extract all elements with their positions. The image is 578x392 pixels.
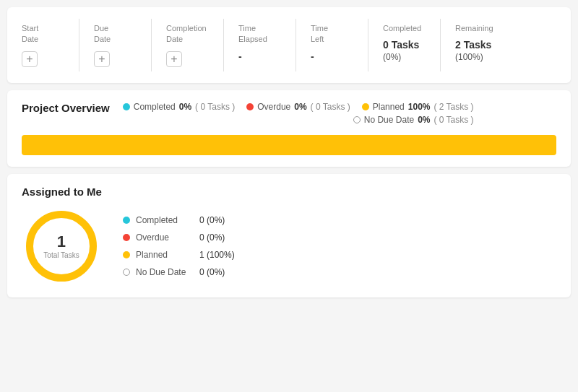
- legend-nodue: No Due Date 0% ( 0 Tasks ): [353, 115, 474, 125]
- overdue-dot-icon: [246, 103, 254, 110]
- assigned-legend-nodue: No Due Date 0 (0%): [123, 267, 235, 277]
- assigned-to-me-title: Assigned to Me: [22, 186, 556, 198]
- nodue-dot-icon: [353, 116, 361, 123]
- legend-completed-pct: 0%: [179, 102, 191, 112]
- time-elapsed-label: TimeElapsed: [238, 23, 281, 45]
- completed-stat-value: 0 Tasks: [383, 38, 426, 51]
- assigned-completed-dot-icon: [123, 217, 130, 224]
- overview-header: Project Overview Completed 0% ( 0 Tasks …: [22, 102, 556, 125]
- completion-date-stat: CompletionDate +: [166, 19, 224, 71]
- legend-nodue-label: No Due Date: [364, 115, 414, 125]
- assigned-overdue-value: 0 (0%): [199, 232, 225, 243]
- assigned-section: 1 Total Tasks Completed 0 (0%) Overdue 0…: [22, 206, 556, 286]
- stats-card: StartDate + DueDate + CompletionDate + T…: [7, 7, 571, 83]
- assigned-nodue-value: 0 (0%): [199, 267, 225, 277]
- legend-nodue-pct: 0%: [418, 115, 430, 125]
- due-date-stat: DueDate +: [94, 19, 152, 71]
- assigned-planned-value: 1 (100%): [199, 250, 235, 260]
- assigned-to-me-card: Assigned to Me 1 Total Tasks Completed 0…: [7, 174, 571, 297]
- start-date-stat: StartDate +: [22, 19, 79, 71]
- legend-planned: Planned 100% ( 2 Tasks ): [362, 102, 474, 112]
- project-overview-card: Project Overview Completed 0% ( 0 Tasks …: [7, 90, 571, 167]
- project-overview-title: Project Overview: [22, 102, 110, 114]
- progress-bar: [22, 135, 556, 155]
- assigned-completed-value: 0 (0%): [199, 215, 225, 225]
- completed-stat-label: Completed: [383, 23, 426, 34]
- legend-completed-label: Completed: [134, 102, 176, 112]
- due-date-add-button[interactable]: +: [94, 51, 110, 67]
- assigned-overdue-dot-icon: [123, 234, 130, 241]
- completion-date-label: CompletionDate: [166, 23, 209, 45]
- completed-stat: Completed 0 Tasks (0%): [383, 19, 441, 71]
- legend-overdue-pct: 0%: [294, 102, 306, 112]
- remaining-stat: Remaining 2 Tasks (100%): [455, 19, 513, 71]
- completed-stat-sub: (0%): [383, 52, 426, 62]
- legend-overdue-label: Overdue: [257, 102, 290, 112]
- start-date-label: StartDate: [22, 23, 64, 45]
- legend-planned-tasks: ( 2 Tasks ): [434, 102, 473, 112]
- legend-completed-tasks: ( 0 Tasks ): [195, 102, 235, 112]
- donut-center: 1 Total Tasks: [43, 232, 79, 260]
- remaining-stat-label: Remaining: [455, 23, 499, 34]
- assigned-legend-completed: Completed 0 (0%): [123, 215, 235, 225]
- assigned-overdue-label: Overdue: [136, 232, 194, 243]
- assigned-planned-label: Planned: [136, 250, 194, 260]
- assigned-legend-planned: Planned 1 (100%): [123, 250, 235, 260]
- assigned-planned-dot-icon: [123, 251, 130, 258]
- assigned-legend-overdue: Overdue 0 (0%): [123, 232, 235, 243]
- time-elapsed-stat: TimeElapsed -: [238, 19, 296, 71]
- time-left-label: TimeLeft: [311, 23, 353, 45]
- donut-chart: 1 Total Tasks: [22, 206, 101, 286]
- legend-planned-label: Planned: [373, 102, 405, 112]
- legend-overdue: Overdue 0% ( 0 Tasks ): [246, 102, 350, 112]
- planned-dot-icon: [362, 103, 369, 110]
- stats-row: StartDate + DueDate + CompletionDate + T…: [22, 19, 556, 71]
- legend-overdue-tasks: ( 0 Tasks ): [311, 102, 350, 112]
- time-left-value: -: [311, 50, 353, 63]
- assigned-nodue-dot-icon: [123, 269, 130, 276]
- legend-completed: Completed 0% ( 0 Tasks ): [123, 102, 236, 112]
- start-date-add-button[interactable]: +: [22, 51, 38, 67]
- legend-planned-pct: 100%: [408, 102, 431, 112]
- assigned-completed-label: Completed: [136, 215, 194, 225]
- legend-nodue-tasks: ( 0 Tasks ): [434, 115, 473, 125]
- remaining-stat-sub: (100%): [455, 52, 499, 62]
- time-left-stat: TimeLeft -: [311, 19, 368, 71]
- assigned-legend: Completed 0 (0%) Overdue 0 (0%) Planned …: [123, 215, 235, 277]
- time-elapsed-value: -: [238, 50, 281, 63]
- remaining-stat-value: 2 Tasks: [455, 38, 499, 51]
- assigned-nodue-label: No Due Date: [136, 267, 194, 277]
- donut-label: Total Tasks: [43, 251, 79, 260]
- donut-total: 1: [43, 232, 79, 251]
- due-date-label: DueDate: [94, 23, 137, 45]
- completed-dot-icon: [123, 103, 130, 110]
- completion-date-add-button[interactable]: +: [166, 51, 182, 67]
